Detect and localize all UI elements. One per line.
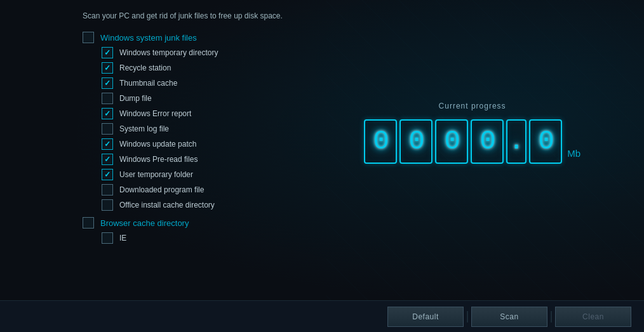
section-checkbox-windows-system-junk[interactable] [83,32,94,43]
item-ie[interactable]: IE [102,232,631,244]
checkbox-downloaded[interactable] [102,184,113,196]
item-win-temp[interactable]: Windows temporary directory [102,47,631,58]
progress-label: Current progress [439,102,506,110]
checkbox-user-temp[interactable] [102,169,113,180]
checkbox-office-cache[interactable] [102,199,113,211]
progress-display: 0000.0 Mb [364,119,580,164]
label-error-report: Windows Error report [119,109,191,118]
checkbox-error-report[interactable] [102,108,113,119]
separator2 [551,311,552,322]
scan-button[interactable]: Scan [471,307,547,327]
item-office-cache[interactable]: Office install cache directory [102,199,631,211]
checkbox-dump[interactable] [102,93,113,104]
label-syslog: System log file [119,124,169,133]
checkbox-win-update[interactable] [102,138,113,150]
item-recycle[interactable]: Recycle station [102,62,631,74]
checkbox-win-temp[interactable] [102,47,113,58]
item-downloaded[interactable]: Downloaded program file [102,184,631,196]
section-header-windows-system-junk[interactable]: Windows system junk files [83,32,631,43]
description: Scan your PC and get rid of junk files t… [83,11,631,20]
checkbox-preread[interactable] [102,154,113,165]
digit-1: 0 [399,119,433,164]
fraction-digit: 0 [529,119,562,164]
separator [467,311,468,322]
label-preread: Windows Pre-read files [119,155,198,164]
checkbox-ie[interactable] [102,232,113,244]
decimal-dot: . [506,119,527,164]
digit-0: 0 [364,119,397,164]
checkbox-recycle[interactable] [102,62,113,74]
clean-button[interactable]: Clean [555,307,631,327]
section-label-windows-system-junk: Windows system junk files [100,33,197,43]
label-user-temp: User temporary folder [119,170,193,179]
section-checkbox-browser-cache[interactable] [83,217,94,229]
items-group-browser-cache: IE [102,232,631,244]
label-dump: Dump file [119,94,152,103]
label-ie: IE [119,234,126,242]
digit-2: 0 [435,119,468,164]
digits-container: 0000.0 [364,119,562,164]
checkbox-thumbnail[interactable] [102,77,113,89]
label-downloaded: Downloaded program file [119,185,204,194]
mb-label: Mb [567,148,580,164]
label-recycle: Recycle station [119,63,171,72]
right-panel: Current progress 0000.0 Mb [364,102,580,164]
item-user-temp[interactable]: User temporary folder [102,169,631,180]
label-thumbnail: Thumbnail cache [119,79,177,88]
section-label-browser-cache: Browser cache directory [100,218,189,228]
default-button[interactable]: Default [387,307,464,327]
digit-3: 0 [471,119,504,164]
bottom-bar: Default Scan Clean [0,300,644,332]
label-win-temp: Windows temporary directory [119,48,218,57]
section-browser-cache: Browser cache directoryIE [83,217,631,244]
checkbox-syslog[interactable] [102,123,113,135]
section-header-browser-cache[interactable]: Browser cache directory [83,217,631,229]
label-win-update: Windows update patch [119,140,196,149]
item-thumbnail[interactable]: Thumbnail cache [102,77,631,89]
label-office-cache: Office install cache directory [119,201,215,209]
